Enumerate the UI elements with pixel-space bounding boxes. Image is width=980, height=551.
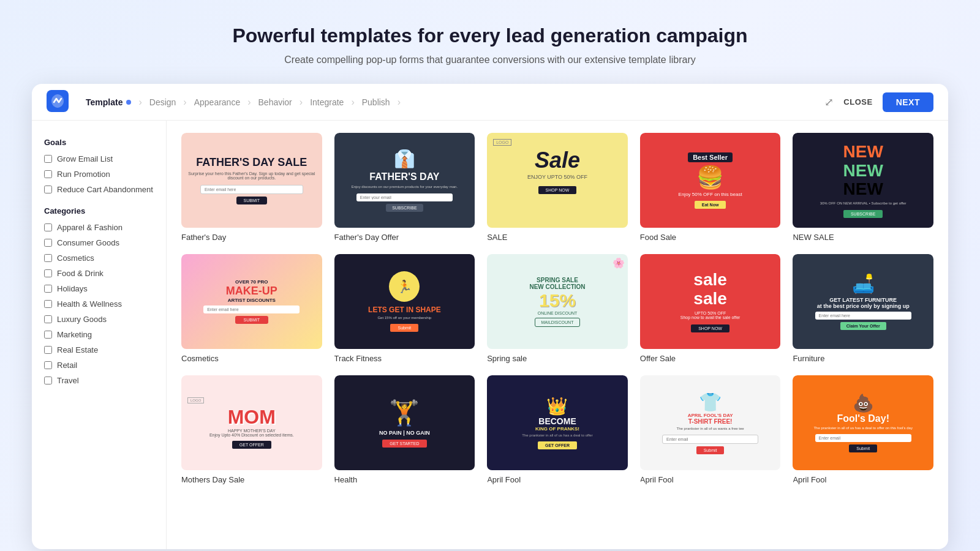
goal-grow-email[interactable]: Grow Email List (44, 154, 154, 163)
template-name-fools-day: April Fool (793, 475, 933, 484)
next-button[interactable]: NEXT (883, 92, 933, 112)
cat-travel[interactable]: Travel (44, 376, 154, 385)
cat-consumer[interactable]: Consumer Goods (44, 238, 154, 247)
cat-marketing-checkbox[interactable] (44, 331, 52, 339)
template-thumb-fitness: 🏃 LETS GET IN SHAPE Get 15% off on your … (334, 254, 475, 349)
modal-container: Template › Design › Appearance › Behavio… (32, 84, 948, 549)
goal-grow-email-label: Grow Email List (57, 154, 113, 163)
template-card-spring[interactable]: 🌸 SPRING SALENEW COLLECTION 15% ONLINE D… (487, 254, 628, 363)
template-thumb-cosmetics: OVER 70 PRO MAKE-UP ARTIST DISCOUNTS SUB… (181, 254, 322, 349)
template-card-fools-day[interactable]: 💩 Fool's Day! The prankster in all of us… (793, 375, 933, 484)
template-thumb-furniture: 🛋️ GET LATEST FURNITUREat the best price… (793, 254, 933, 349)
cat-health-checkbox[interactable] (44, 300, 52, 308)
goal-run-promotion[interactable]: Run Promotion (44, 170, 154, 179)
template-card-mothers[interactable]: LOGO MOM HAPPY MOTHER'S DAYEnjoy Upto 40… (181, 375, 322, 484)
goal-grow-email-checkbox[interactable] (44, 155, 52, 163)
template-name-food-sale: Food Sale (640, 233, 781, 242)
nav-step-behavior[interactable]: Behavior (256, 97, 295, 107)
page-subheadline: Create compelling pop-up forms that guar… (12, 54, 968, 66)
template-card-cosmetics[interactable]: OVER 70 PRO MAKE-UP ARTIST DISCOUNTS SUB… (181, 254, 322, 363)
cat-food-checkbox[interactable] (44, 269, 52, 277)
cat-luxury-checkbox[interactable] (44, 315, 52, 323)
template-thumb-fathers-offer: 👔 FATHER'S DAY Enjoy discounts on our pr… (334, 133, 475, 228)
template-thumb-fathers-day: FATHER'S DAY SALE Surprise your hero thi… (181, 133, 322, 228)
cat-marketing-label: Marketing (57, 330, 92, 339)
goal-reduce-cart-checkbox[interactable] (44, 186, 52, 193)
template-thumb-fools-day: 💩 Fool's Day! The prankster in all of us… (793, 375, 933, 470)
template-thumb-mothers: LOGO MOM HAPPY MOTHER'S DAYEnjoy Upto 40… (181, 375, 322, 470)
template-card-sale[interactable]: LOGO Sale ENJOY UPTO 50% OFF SHOP NOW SA… (487, 133, 628, 242)
cat-travel-checkbox[interactable] (44, 377, 52, 384)
nav-arrow-6: › (393, 97, 405, 108)
template-card-fathers-day[interactable]: FATHER'S DAY SALE Surprise your hero thi… (181, 133, 322, 242)
goal-reduce-cart-label: Reduce Cart Abandonment (57, 185, 153, 194)
cat-holidays-label: Holidays (57, 284, 88, 293)
template-name-fathers-day: Father's Day (181, 233, 322, 242)
nav-step-publish[interactable]: Publish (360, 97, 393, 107)
page-wrapper: Powerful templates for every lead genera… (0, 0, 980, 549)
cat-cosmetics[interactable]: Cosmetics (44, 253, 154, 263)
template-name-cosmetics: Cosmetics (181, 354, 322, 363)
nav-step-design[interactable]: Design (147, 97, 179, 107)
template-name-spring: Spring sale (487, 354, 628, 363)
categories-title: Categories (44, 206, 154, 216)
cat-consumer-checkbox[interactable] (44, 239, 52, 247)
template-thumb-health: 🏋️ NO PAIN | NO GAIN GET STARTED (334, 375, 475, 470)
cat-marketing[interactable]: Marketing (44, 330, 154, 339)
template-thumb-april-shirt: 👕 APRIL FOOL'S DAY T-SHIRT FREE! The pra… (640, 375, 781, 470)
template-thumb-food-sale: Best Seller 🍔 Enjoy 50% OFF on this beas… (640, 133, 781, 228)
nav-step-label: Behavior (258, 97, 292, 107)
main-content: Goals Grow Email List Run Promotion Redu… (32, 121, 948, 549)
template-name-mothers: Mothers Day Sale (181, 475, 322, 484)
goal-run-promotion-checkbox[interactable] (44, 170, 52, 178)
nav-arrow-3: › (243, 97, 255, 108)
cat-holidays-checkbox[interactable] (44, 285, 52, 293)
goal-run-promotion-label: Run Promotion (57, 170, 110, 179)
goal-reduce-cart[interactable]: Reduce Cart Abandonment (44, 185, 154, 194)
template-card-furniture[interactable]: 🛋️ GET LATEST FURNITUREat the best price… (793, 254, 933, 363)
template-card-april-pranks[interactable]: 👑 BECOME KING OF PRANKS! The prankster i… (487, 375, 628, 484)
close-button[interactable]: CLOSE (843, 97, 872, 107)
template-name-furniture: Furniture (793, 354, 933, 363)
page-header: Powerful templates for every lead genera… (0, 0, 980, 84)
template-card-new-sale[interactable]: NEW NEW NEW 30% OFF ON NEW ARRIVAL • Sub… (793, 133, 933, 242)
cat-luxury[interactable]: Luxury Goods (44, 315, 154, 324)
cat-holidays[interactable]: Holidays (44, 284, 154, 293)
cat-food[interactable]: Food & Drink (44, 269, 154, 278)
cat-retail[interactable]: Retail (44, 361, 154, 370)
nav-arrow-5: › (346, 97, 359, 108)
nav-step-template[interactable]: Template (83, 97, 134, 107)
template-thumb-spring: 🌸 SPRING SALENEW COLLECTION 15% ONLINE D… (487, 254, 628, 349)
nav-arrow-4: › (295, 97, 307, 108)
nav-step-appearance[interactable]: Appearance (192, 97, 243, 107)
nav-steps: Template › Design › Appearance › Behavio… (83, 97, 824, 108)
template-card-offer-sale[interactable]: salesale UPTO 50% OFFShop now to avail t… (640, 254, 781, 363)
template-card-april-shirt[interactable]: 👕 APRIL FOOL'S DAY T-SHIRT FREE! The pra… (640, 375, 781, 484)
cat-realestate[interactable]: Real Estate (44, 345, 154, 354)
nav-step-integrate[interactable]: Integrate (307, 97, 346, 107)
cat-realestate-checkbox[interactable] (44, 346, 52, 354)
template-card-fitness[interactable]: 🏃 LETS GET IN SHAPE Get 15% off on your … (334, 254, 475, 363)
cat-cosmetics-checkbox[interactable] (44, 254, 52, 262)
nav-arrow-1: › (134, 97, 146, 108)
cat-health[interactable]: Health & Wellness (44, 299, 154, 309)
template-thumb-new-sale: NEW NEW NEW 30% OFF ON NEW ARRIVAL • Sub… (793, 133, 933, 228)
template-name-health: Health (334, 475, 475, 484)
sidebar: Goals Grow Email List Run Promotion Redu… (32, 121, 167, 549)
template-thumb-april-pranks: 👑 BECOME KING OF PRANKS! The prankster i… (487, 375, 628, 470)
cat-apparel[interactable]: Apparel & Fashion (44, 223, 154, 232)
template-name-april-pranks: April Fool (487, 475, 628, 484)
template-card-fathers-offer[interactable]: 👔 FATHER'S DAY Enjoy discounts on our pr… (334, 133, 475, 242)
template-thumb-offer-sale: salesale UPTO 50% OFFShop now to avail t… (640, 254, 781, 349)
cat-consumer-label: Consumer Goods (57, 238, 119, 247)
template-card-health[interactable]: 🏋️ NO PAIN | NO GAIN GET STARTED Health (334, 375, 475, 484)
cat-food-label: Food & Drink (57, 269, 104, 278)
nav-actions: ⤢ CLOSE NEXT (824, 92, 933, 112)
cat-realestate-label: Real Estate (57, 345, 98, 354)
cat-retail-checkbox[interactable] (44, 361, 52, 369)
cat-apparel-checkbox[interactable] (44, 223, 52, 231)
expand-icon[interactable]: ⤢ (824, 96, 834, 109)
template-card-food-sale[interactable]: Best Seller 🍔 Enjoy 50% OFF on this beas… (640, 133, 781, 242)
nav-step-label: Design (149, 97, 176, 107)
cat-cosmetics-label: Cosmetics (57, 253, 94, 263)
